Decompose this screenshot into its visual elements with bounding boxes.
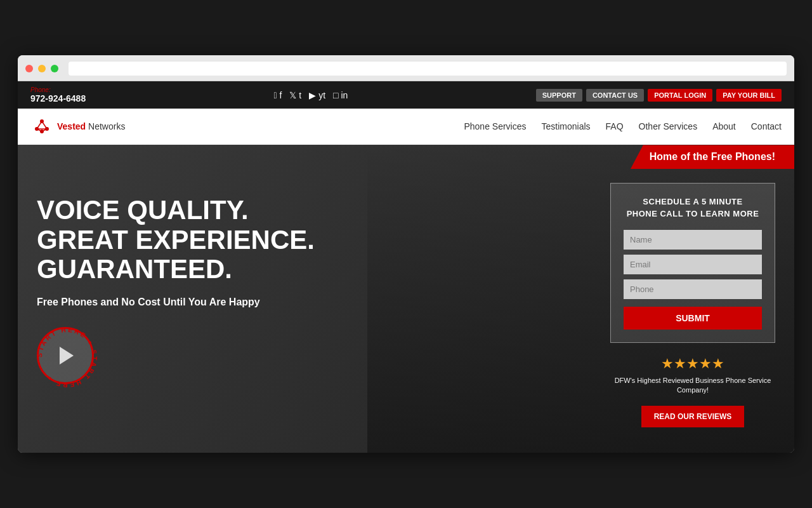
minimize-button[interactable] xyxy=(38,65,46,72)
logo-area: Vested Networks xyxy=(30,115,125,138)
youtube-icon[interactable]: ▶ yt xyxy=(309,90,325,100)
close-button[interactable] xyxy=(25,65,33,72)
hero-section: Home of the Free Phones! VOICE QUALITY. … xyxy=(18,145,794,452)
email-input[interactable] xyxy=(624,255,762,274)
nav-about[interactable]: About xyxy=(712,121,736,131)
hero-left: VOICE QUALITY. GREAT EXPERIENCE. GUARANT… xyxy=(37,183,585,384)
submit-button[interactable]: SUBMIT xyxy=(624,307,762,330)
play-circle: START HERE ● START HERE ● xyxy=(37,327,94,384)
browser-window: Phone: 972-924-6488  f 𝕏 t ▶ yt □ in SU… xyxy=(18,55,794,452)
svg-line-4 xyxy=(37,121,42,129)
nav-contact[interactable]: Contact xyxy=(751,121,782,131)
hero-headline: VOICE QUALITY. GREAT EXPERIENCE. GUARANT… xyxy=(37,196,585,284)
headline-line2: GREAT EXPERIENCE. xyxy=(37,225,585,255)
nav-faq[interactable]: FAQ xyxy=(606,121,624,131)
read-reviews-button[interactable]: READ OUR REVIEWS xyxy=(641,406,745,427)
phone-input[interactable] xyxy=(624,279,762,299)
nav-other-services[interactable]: Other Services xyxy=(639,121,698,131)
form-title: SCHEDULE A 5 MINUTE PHONE CALL TO LEARN … xyxy=(624,196,762,219)
browser-chrome xyxy=(18,55,794,81)
top-bar-buttons: SUPPORT CONTACT US PORTAL LOGIN PAY YOUR… xyxy=(536,89,782,102)
star-rating: ★★★★★ xyxy=(610,356,775,372)
logo-text: Vested Networks xyxy=(57,121,125,131)
logo-vested: Vested xyxy=(57,121,86,131)
stars-text: DFW's Highest Reviewed Business Phone Se… xyxy=(610,376,775,396)
phone-area: Phone: 972-924-6488 xyxy=(30,86,86,104)
schedule-form: SCHEDULE A 5 MINUTE PHONE CALL TO LEARN … xyxy=(610,183,775,342)
logo-icon xyxy=(30,115,53,138)
stars-section: ★★★★★ DFW's Highest Reviewed Business Ph… xyxy=(610,356,775,427)
headline-line1: VOICE QUALITY. xyxy=(37,196,585,225)
headline-line3: GUARANTEED. xyxy=(37,255,585,284)
pay-bill-button[interactable]: PAY YOUR BILL xyxy=(716,89,782,102)
nav-testimonials[interactable]: Testimonials xyxy=(542,121,591,131)
top-bar: Phone: 972-924-6488  f 𝕏 t ▶ yt □ in SU… xyxy=(18,81,794,109)
hero-right: SCHEDULE A 5 MINUTE PHONE CALL TO LEARN … xyxy=(610,183,775,427)
logo-networks: Networks xyxy=(86,121,125,131)
support-button[interactable]: SUPPORT xyxy=(536,89,582,102)
instagram-icon[interactable]: □ in xyxy=(333,90,348,100)
name-input[interactable] xyxy=(624,230,762,250)
start-here-label: START HERE ● START HERE ● xyxy=(32,323,102,392)
address-bar[interactable] xyxy=(69,62,787,76)
phone-number: 972-924-6488 xyxy=(30,93,86,104)
phone-label: Phone: xyxy=(30,86,86,93)
nav-bar: Vested Networks Phone Services Testimoni… xyxy=(18,109,794,145)
hero-content: VOICE QUALITY. GREAT EXPERIENCE. GUARANT… xyxy=(18,145,794,452)
contact-us-button[interactable]: CONTACT US xyxy=(586,89,644,102)
nav-links: Phone Services Testimonials FAQ Other Se… xyxy=(464,121,782,131)
social-icons:  f 𝕏 t ▶ yt □ in xyxy=(274,90,348,100)
facebook-icon[interactable]:  f xyxy=(274,90,282,100)
nav-phone-services[interactable]: Phone Services xyxy=(464,121,526,131)
twitter-icon[interactable]: 𝕏 t xyxy=(289,90,301,100)
svg-text:START HERE ● START HERE ●: START HERE ● START HERE ● xyxy=(36,326,98,389)
hero-subtext: Free Phones and No Cost Until You Are Ha… xyxy=(37,297,585,308)
portal-login-button[interactable]: PORTAL LOGIN xyxy=(648,89,712,102)
svg-line-5 xyxy=(42,121,47,129)
start-here-button[interactable]: START HERE ● START HERE ● xyxy=(37,327,94,384)
maximize-button[interactable] xyxy=(51,65,58,72)
